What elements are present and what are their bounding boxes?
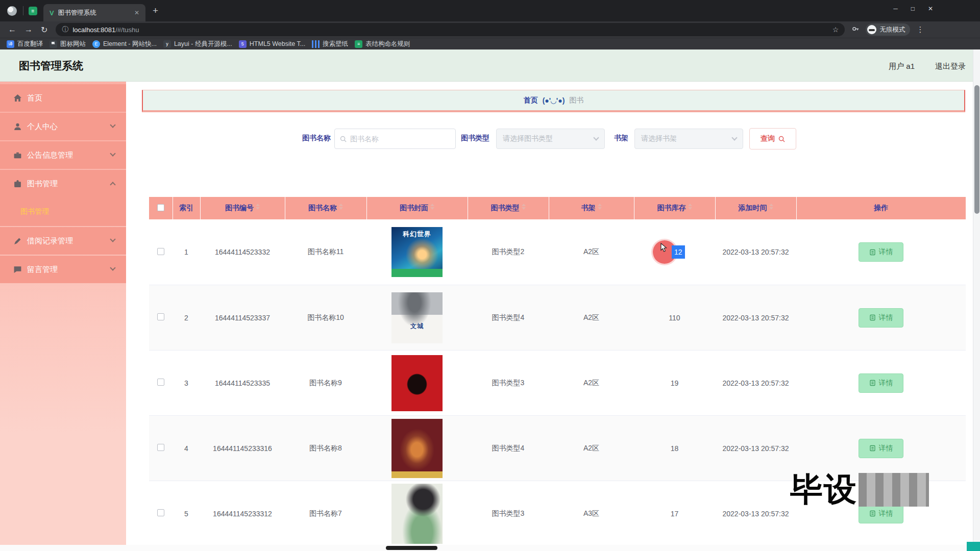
chevron-down-icon bbox=[110, 122, 115, 128]
cell-stock: 12 bbox=[634, 219, 715, 285]
sidebar-item-message-management[interactable]: 留言管理 bbox=[0, 256, 126, 283]
cell-shelf: A2区 bbox=[549, 219, 634, 285]
sidebar: 首页 个人中心 公告信息管理 图书管理 图书管理 借阅 bbox=[0, 82, 126, 551]
current-user-label: 用户 a1 bbox=[889, 62, 915, 71]
shelf-label: 书架 bbox=[614, 134, 628, 143]
password-key-icon[interactable] bbox=[852, 25, 860, 35]
row-checkbox[interactable] bbox=[157, 379, 164, 386]
globe-icon[interactable] bbox=[7, 6, 17, 16]
header-book-type[interactable]: 图书类型 bbox=[468, 197, 549, 219]
sidebar-item-notice-management[interactable]: 公告信息管理 bbox=[0, 141, 126, 169]
row-checkbox[interactable] bbox=[157, 248, 164, 255]
new-tab-button[interactable]: + bbox=[153, 5, 158, 16]
back-button[interactable]: ← bbox=[8, 25, 16, 34]
table-row: 2 16444114523337 图书名称10 文城 图书类型4 A2区 110… bbox=[149, 285, 966, 350]
reload-button[interactable]: ↻ bbox=[41, 25, 47, 35]
bookmark-layui[interactable]: y Layui - 经典开源模... bbox=[163, 40, 232, 48]
details-button[interactable]: 详情 bbox=[859, 308, 903, 328]
cell-stock: 18 bbox=[634, 416, 715, 481]
row-checkbox[interactable] bbox=[157, 444, 164, 451]
header-book-cover[interactable]: 图书封面 bbox=[366, 197, 468, 219]
green-app-icon[interactable]: ≡ bbox=[29, 7, 37, 15]
details-button[interactable]: 详情 bbox=[859, 373, 903, 393]
header-add-time[interactable]: 添加时间 bbox=[715, 197, 796, 219]
header-shelf[interactable]: 书架 bbox=[549, 197, 634, 219]
forward-button[interactable]: → bbox=[24, 25, 33, 34]
query-button[interactable]: 查询 bbox=[749, 128, 796, 149]
details-button[interactable]: 详情 bbox=[859, 242, 903, 262]
bookmark-element[interactable]: E Element - 网站快... bbox=[92, 40, 157, 48]
horizontal-scrollbar[interactable] bbox=[0, 545, 980, 551]
row-checkbox[interactable] bbox=[157, 509, 164, 516]
shelf-select[interactable]: 请选择书架 bbox=[634, 129, 743, 149]
url-path: /#/tushu bbox=[115, 26, 139, 34]
divider bbox=[23, 6, 23, 15]
tab-close-icon[interactable]: ✕ bbox=[132, 8, 141, 17]
breadcrumb: 首页 (●'◡'●) 图书 bbox=[142, 90, 965, 112]
site-info-icon[interactable]: ⓘ bbox=[62, 25, 68, 34]
url-bar[interactable]: ⓘ localhost:8081 /#/tushu ☆ bbox=[56, 23, 845, 36]
header-book-id[interactable]: 图书编号 bbox=[200, 197, 285, 219]
bookmark-icon-site[interactable]: 图标网站 bbox=[50, 40, 86, 48]
header-stock[interactable]: 图书库存 bbox=[634, 197, 715, 219]
sort-carets-icon[interactable] bbox=[339, 204, 343, 210]
home-icon bbox=[13, 94, 22, 103]
sort-carets-icon[interactable] bbox=[430, 204, 434, 210]
active-tab[interactable]: V 图书管理系统 ✕ bbox=[43, 4, 145, 21]
filter-bar: 图书名称 图书类型 请选择图书类型 书架 请选择书架 查询 bbox=[126, 126, 980, 152]
vertical-scrollbar-thumb[interactable] bbox=[974, 85, 979, 214]
details-button[interactable]: 详情 bbox=[859, 439, 903, 458]
sort-carets-icon[interactable] bbox=[688, 204, 692, 210]
book-cover: 文城 bbox=[391, 292, 443, 343]
sidebar-item-book-management[interactable]: 图书管理 bbox=[0, 170, 126, 197]
bookmark-baidu-translate[interactable]: 译 百度翻译 bbox=[7, 40, 43, 48]
layui-icon: y bbox=[163, 40, 171, 48]
row-checkbox[interactable] bbox=[157, 313, 164, 320]
sort-carets-icon[interactable] bbox=[256, 204, 260, 210]
table-row: 3 16444114523335 图书名称9 图书类型3 A2区 19 2022… bbox=[149, 350, 966, 416]
cell-book-type: 图书类型3 bbox=[468, 350, 549, 416]
window-close-button[interactable]: ✕ bbox=[928, 5, 933, 12]
vertical-scrollbar[interactable] bbox=[973, 49, 980, 545]
sidebar-item-profile[interactable]: 个人中心 bbox=[0, 113, 126, 140]
cell-index: 5 bbox=[173, 481, 200, 546]
sidebar-item-borrow-records[interactable]: 借阅记录管理 bbox=[0, 227, 126, 255]
sidebar-item-home[interactable]: 首页 bbox=[0, 84, 126, 112]
header-book-name[interactable]: 图书名称 bbox=[285, 197, 366, 219]
breadcrumb-home-link[interactable]: 首页 bbox=[524, 96, 538, 105]
cell-stock: 19 bbox=[634, 350, 715, 416]
bookmark-star-icon[interactable]: ☆ bbox=[832, 26, 839, 34]
logout-link[interactable]: 退出登录 bbox=[935, 62, 966, 71]
header-actions: 操作 bbox=[796, 197, 966, 219]
bookmark-wallpaper[interactable]: 搜索壁纸 bbox=[312, 40, 348, 48]
select-all-checkbox[interactable] bbox=[157, 204, 164, 211]
sort-carets-icon[interactable] bbox=[598, 204, 602, 210]
book-name-input[interactable] bbox=[334, 129, 456, 149]
book-type-select[interactable]: 请选择图书类型 bbox=[496, 129, 605, 149]
bookmark-html5[interactable]: 5 HTML5 Website T... bbox=[239, 40, 305, 48]
cell-book-name: 图书名称7 bbox=[285, 481, 366, 546]
cell-add-time: 2022-03-13 20:57:32 bbox=[715, 285, 796, 350]
book-cover bbox=[391, 484, 443, 544]
select-all-checkbox-cell[interactable] bbox=[149, 197, 173, 219]
window-maximize-button[interactable]: □ bbox=[911, 5, 915, 12]
wallpaper-icon bbox=[312, 40, 320, 48]
cell-book-name: 图书名称11 bbox=[285, 219, 366, 285]
flag-icon bbox=[50, 40, 57, 48]
cell-stock: 17 bbox=[634, 481, 715, 546]
browser-address-bar: ← → ↻ ⓘ localhost:8081 /#/tushu ☆ 无痕模式 ⋮ bbox=[0, 21, 980, 38]
incognito-icon bbox=[867, 25, 876, 34]
cell-book-name: 图书名称8 bbox=[285, 416, 366, 481]
window-minimize-button[interactable]: ─ bbox=[893, 5, 898, 12]
watermark-text: 毕设 bbox=[790, 467, 857, 512]
horizontal-scrollbar-thumb[interactable] bbox=[386, 546, 437, 550]
bookmark-table-rules[interactable]: ≡ 表结构命名规则 bbox=[355, 40, 410, 48]
book-cover bbox=[391, 355, 443, 411]
sort-carets-icon[interactable] bbox=[769, 204, 773, 210]
browser-menu-icon[interactable]: ⋮ bbox=[916, 25, 924, 34]
cell-book-type: 图书类型2 bbox=[468, 219, 549, 285]
incognito-badge[interactable]: 无痕模式 bbox=[866, 23, 910, 36]
sidebar-subitem-book-management-active[interactable]: 图书管理 bbox=[0, 197, 126, 226]
tab-title: 图书管理系统 bbox=[58, 9, 132, 17]
sort-carets-icon[interactable] bbox=[522, 204, 526, 210]
